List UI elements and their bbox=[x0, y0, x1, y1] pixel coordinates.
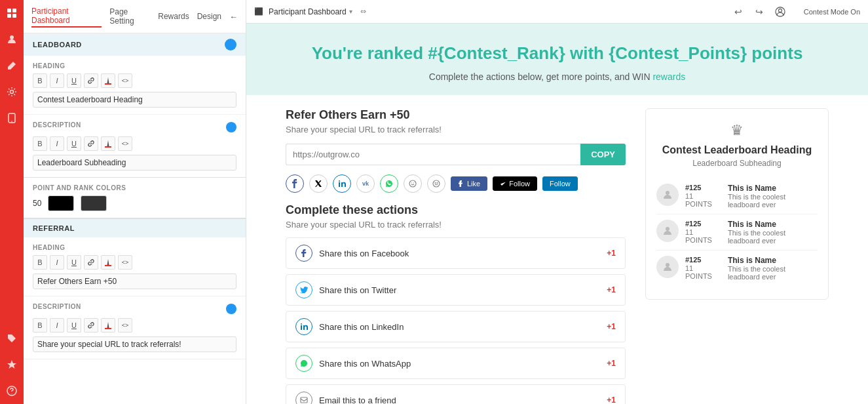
svg-point-20 bbox=[437, 183, 438, 184]
smile-share-icon[interactable] bbox=[427, 174, 445, 193]
icon-bar bbox=[0, 0, 24, 404]
tw-follow-label: Follow bbox=[509, 180, 530, 188]
action-email[interactable]: Email this to a friend +1 bbox=[286, 384, 626, 404]
linkedin-share-icon[interactable] bbox=[333, 174, 351, 193]
action-whatsapp-label: Share this on WhatsApp bbox=[319, 359, 411, 369]
action-twitter-icon bbox=[295, 281, 312, 298]
ref-underline-button[interactable]: U bbox=[67, 255, 81, 270]
email-share-icon[interactable] bbox=[404, 174, 422, 193]
twitter-follow-button[interactable]: Follow bbox=[493, 176, 537, 191]
tag-icon[interactable] bbox=[4, 331, 20, 346]
ref-color-button[interactable] bbox=[101, 255, 115, 270]
desc-bold-button[interactable]: B bbox=[33, 136, 47, 151]
logo-icon bbox=[4, 5, 20, 21]
bold-button[interactable]: B bbox=[33, 73, 47, 88]
rdesc-color-button[interactable] bbox=[101, 318, 115, 333]
desc-color-button[interactable] bbox=[101, 136, 115, 151]
content-section: Refer Others Earn +50 Share your special… bbox=[246, 95, 868, 404]
rdesc-link-button[interactable] bbox=[84, 318, 98, 333]
code-button[interactable]: <> bbox=[118, 73, 132, 88]
referral-desc-toggle[interactable] bbox=[226, 304, 236, 314]
rdesc-code-button[interactable]: <> bbox=[118, 318, 132, 333]
ref-italic-button[interactable]: I bbox=[50, 255, 64, 270]
ref-code-button[interactable]: <> bbox=[118, 255, 132, 270]
facebook-share-icon[interactable] bbox=[286, 174, 304, 193]
underline-button[interactable]: U bbox=[67, 73, 81, 88]
color-swatch-1[interactable] bbox=[48, 195, 74, 211]
whatsapp-share-icon[interactable] bbox=[380, 174, 398, 193]
lb-avatar-0 bbox=[656, 184, 679, 206]
action-facebook[interactable]: Share this on Facebook +1 bbox=[286, 237, 626, 269]
action-linkedin[interactable]: Share this on LinkedIn +1 bbox=[286, 311, 626, 342]
referral-heading-subsection: HEADING B I U <> bbox=[24, 237, 246, 296]
svg-rect-23 bbox=[301, 397, 307, 403]
rewards-link[interactable]: rewards bbox=[652, 71, 685, 82]
referral-label: REFERRAL bbox=[33, 224, 75, 232]
brush-icon[interactable] bbox=[4, 58, 20, 73]
tab-rewards[interactable]: Rewards bbox=[158, 10, 189, 22]
resize-icon[interactable]: ⇔ bbox=[360, 7, 366, 16]
undo-button[interactable]: ↩ bbox=[730, 4, 746, 20]
twitter-share-icon[interactable] bbox=[309, 174, 328, 193]
description-input[interactable] bbox=[33, 155, 236, 171]
tab-design[interactable]: Design bbox=[197, 10, 221, 22]
svg-point-17 bbox=[409, 180, 416, 187]
description-toggle[interactable] bbox=[226, 122, 236, 132]
color-swatch-2[interactable] bbox=[81, 195, 107, 211]
li-follow-label: Follow bbox=[550, 180, 571, 188]
desc-underline-button[interactable]: U bbox=[67, 136, 81, 151]
referral-desc-input[interactable] bbox=[33, 336, 236, 352]
referral-content: Refer Others Earn +50 Share your special… bbox=[286, 108, 626, 404]
svg-point-5 bbox=[10, 91, 14, 94]
sidebar: Participant Dashboard Page Setting Rewar… bbox=[24, 0, 246, 404]
rdesc-underline-button[interactable]: U bbox=[67, 318, 81, 333]
settings-icon[interactable] bbox=[4, 84, 20, 100]
redo-button[interactable]: ↪ bbox=[751, 4, 767, 20]
svg-point-27 bbox=[666, 191, 670, 195]
desc-code-button[interactable]: <> bbox=[118, 136, 132, 151]
actions-subheading: Share your special URL to track referral… bbox=[286, 220, 626, 230]
referral-desc-toolbar: B I U <> bbox=[33, 318, 236, 333]
action-whatsapp-points: +1 bbox=[607, 359, 616, 368]
back-button[interactable]: ← bbox=[229, 12, 238, 22]
lb-desc-0: This is the coolest leadboard ever bbox=[728, 193, 818, 209]
main-area: ⬛ Participant Dashboard ▾ ⇔ ↩ ↪ Contest … bbox=[246, 0, 868, 404]
crown-icon: ♛ bbox=[656, 122, 818, 139]
lb-rank-info-1: #125 11 POINTS bbox=[685, 220, 716, 244]
svg-point-18 bbox=[433, 180, 440, 187]
leadboard-section-header: LEADBOARD bbox=[24, 33, 246, 56]
linkedin-follow-button[interactable]: Follow bbox=[542, 176, 578, 191]
leadboard-toggle[interactable] bbox=[225, 39, 236, 51]
url-input[interactable] bbox=[286, 144, 580, 165]
desc-italic-button[interactable]: I bbox=[50, 136, 64, 151]
url-row: COPY bbox=[286, 144, 626, 165]
vk-share-icon[interactable]: vk bbox=[356, 174, 375, 193]
user-icon[interactable] bbox=[4, 31, 20, 47]
italic-button[interactable]: I bbox=[50, 73, 64, 88]
action-twitter[interactable]: Share this on Twitter +1 bbox=[286, 274, 626, 306]
heading-input[interactable] bbox=[33, 92, 236, 108]
color-row: 50 bbox=[33, 195, 236, 211]
ref-link-button[interactable] bbox=[84, 255, 98, 270]
tab-page-setting[interactable]: Page Setting bbox=[109, 6, 150, 27]
facebook-like-button[interactable]: Like bbox=[451, 176, 487, 191]
lb-rank-1: #125 bbox=[685, 220, 716, 228]
action-whatsapp[interactable]: Share this on WhatsApp +1 bbox=[286, 348, 626, 379]
rdesc-italic-button[interactable]: I bbox=[50, 318, 64, 333]
phone-icon[interactable] bbox=[4, 110, 20, 126]
link-button[interactable] bbox=[84, 73, 98, 88]
tab-participant-dashboard[interactable]: Participant Dashboard bbox=[31, 5, 102, 28]
svg-rect-1 bbox=[12, 9, 16, 12]
star-icon[interactable] bbox=[4, 357, 20, 373]
account-icon[interactable] bbox=[772, 4, 788, 20]
rdesc-bold-button[interactable]: B bbox=[33, 318, 47, 333]
referral-heading-input[interactable] bbox=[33, 273, 236, 289]
help-icon[interactable] bbox=[4, 383, 20, 399]
ref-bold-button[interactable]: B bbox=[33, 255, 47, 270]
action-facebook-points: +1 bbox=[607, 249, 616, 258]
referral-subheading: Share your special URL to track referral… bbox=[286, 125, 626, 134]
hero-title: You're ranked #{Contest_Rank} with {Cont… bbox=[259, 43, 855, 64]
color-button[interactable] bbox=[101, 73, 115, 88]
copy-button[interactable]: COPY bbox=[580, 144, 626, 165]
desc-link-button[interactable] bbox=[84, 136, 98, 151]
